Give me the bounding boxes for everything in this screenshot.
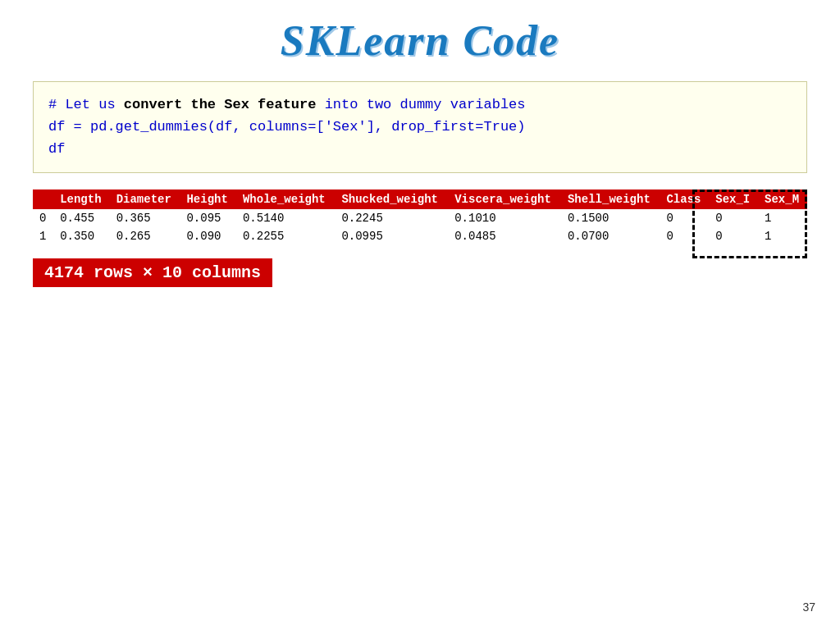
code-line-1: # Let us convert the Sex feature into tw… bbox=[48, 94, 792, 116]
row-1-index: 1 bbox=[33, 227, 53, 245]
code-block: # Let us convert the Sex feature into tw… bbox=[33, 81, 807, 173]
row-0-diameter: 0.365 bbox=[110, 209, 180, 227]
col-header-height: Height bbox=[180, 189, 235, 209]
code-comment: # Let us bbox=[48, 97, 124, 112]
col-header-shell-weight: Shell_weight bbox=[561, 189, 660, 209]
row-0-viscera-weight: 0.1010 bbox=[448, 209, 561, 227]
col-header-sex-m: Sex_M bbox=[758, 189, 807, 209]
table-row: 0 0.455 0.365 0.095 0.5140 0.2245 0.1010… bbox=[33, 209, 807, 227]
row-0-shucked-weight: 0.2245 bbox=[335, 209, 448, 227]
row-0-sex-i: 0 bbox=[709, 209, 758, 227]
col-header-shucked-weight: Shucked_weight bbox=[335, 189, 448, 209]
row-1-length: 0.350 bbox=[53, 227, 109, 245]
row-0-length: 0.455 bbox=[53, 209, 109, 227]
rows-summary: 4174 rows × 10 columns bbox=[33, 258, 807, 287]
code-line2-text: df = pd.get_dummies(df, columns=['Sex'],… bbox=[48, 119, 526, 135]
row-1-sex-m: 1 bbox=[758, 227, 807, 245]
col-header-index bbox=[33, 189, 53, 209]
col-header-viscera-weight: Viscera_weight bbox=[448, 189, 561, 209]
row-0-whole-weight: 0.5140 bbox=[236, 209, 335, 227]
row-0-index: 0 bbox=[33, 209, 53, 227]
table-container: Length Diameter Height Whole_weight Shuc… bbox=[33, 189, 807, 245]
page-number: 37 bbox=[802, 600, 815, 614]
col-header-diameter: Diameter bbox=[110, 189, 180, 209]
col-header-length: Length bbox=[53, 189, 109, 209]
table-wrapper: Length Diameter Height Whole_weight Shuc… bbox=[33, 189, 807, 258]
row-1-viscera-weight: 0.0485 bbox=[448, 227, 561, 245]
table-header-row: Length Diameter Height Whole_weight Shuc… bbox=[33, 189, 807, 209]
code-line3-text: df bbox=[48, 141, 65, 157]
slide-title: SKLearn Code bbox=[33, 16, 807, 65]
code-line-2: df = pd.get_dummies(df, columns=['Sex'],… bbox=[48, 116, 792, 138]
row-0-sex-m: 1 bbox=[758, 209, 807, 227]
code-rest: into two dummy variables bbox=[316, 97, 525, 112]
code-line-3: df bbox=[48, 138, 792, 160]
table-row: 1 0.350 0.265 0.090 0.2255 0.0995 0.0485… bbox=[33, 227, 807, 245]
row-1-sex-i: 0 bbox=[709, 227, 758, 245]
row-1-shucked-weight: 0.0995 bbox=[335, 227, 448, 245]
row-1-class: 0 bbox=[660, 227, 709, 245]
col-header-sex-i: Sex_I bbox=[709, 189, 758, 209]
row-1-shell-weight: 0.0700 bbox=[561, 227, 660, 245]
rows-badge-text: 4174 rows × 10 columns bbox=[33, 258, 272, 287]
row-1-diameter: 0.265 bbox=[110, 227, 180, 245]
col-header-whole-weight: Whole_weight bbox=[236, 189, 335, 209]
code-bold-text: convert the Sex feature bbox=[124, 97, 317, 112]
row-1-height: 0.090 bbox=[180, 227, 235, 245]
row-1-whole-weight: 0.2255 bbox=[236, 227, 335, 245]
row-0-shell-weight: 0.1500 bbox=[561, 209, 660, 227]
col-header-class: Class bbox=[660, 189, 709, 209]
row-0-height: 0.095 bbox=[180, 209, 235, 227]
row-0-class: 0 bbox=[660, 209, 709, 227]
data-table: Length Diameter Height Whole_weight Shuc… bbox=[33, 189, 807, 245]
slide: SKLearn Code # Let us convert the Sex fe… bbox=[0, 0, 840, 630]
